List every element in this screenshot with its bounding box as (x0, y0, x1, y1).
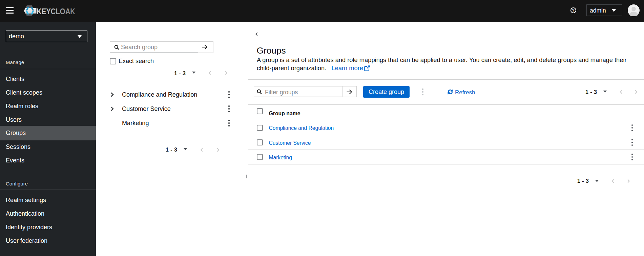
svg-text:KEYCLOAK: KEYCLOAK (37, 7, 75, 16)
